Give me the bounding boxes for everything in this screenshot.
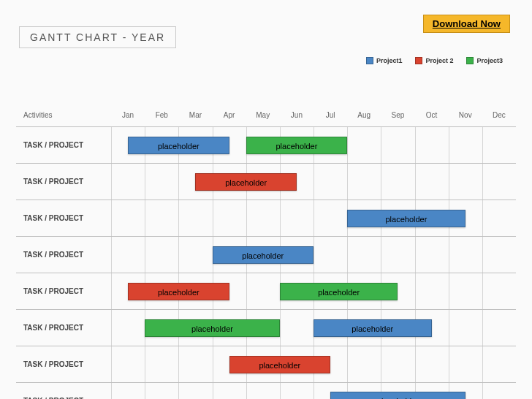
grid-cell	[381, 127, 414, 163]
grid-cell	[280, 310, 314, 346]
month-header: Sep	[381, 107, 414, 126]
grid-cell	[111, 310, 145, 346]
grid-cell	[347, 346, 381, 382]
grid-cell	[280, 383, 314, 399]
grid-cell	[347, 127, 381, 163]
legend-item: Project1	[366, 57, 403, 64]
grid-cell	[482, 383, 516, 399]
task-row: TASK / PROJECTplaceholder	[16, 236, 516, 273]
timeline-cells: placeholder	[111, 383, 516, 399]
legend-swatch	[415, 57, 422, 64]
grid-cell	[145, 200, 178, 236]
task-label: TASK / PROJECT	[16, 383, 111, 399]
gantt-bar[interactable]: placeholder	[213, 246, 314, 264]
month-header: Mar	[178, 107, 212, 126]
month-header: Jun	[280, 107, 314, 126]
timeline-cells: placeholderplaceholder	[111, 273, 516, 309]
page-title: GANTT CHART - YEAR	[19, 26, 176, 48]
grid-cell	[449, 164, 482, 200]
grid-cell	[415, 273, 449, 309]
grid-cell	[145, 346, 178, 382]
grid-cell	[482, 310, 516, 346]
grid-cell	[314, 164, 347, 200]
task-row: TASK / PROJECTplaceholderplaceholder	[16, 309, 516, 346]
timeline-cells: placeholderplaceholder	[111, 127, 516, 163]
grid-cell	[246, 273, 280, 309]
grid-cell	[314, 200, 347, 236]
month-header: Jan	[111, 107, 145, 126]
gantt-bar[interactable]: placeholder	[314, 319, 432, 337]
legend-item: Project 2	[415, 57, 453, 64]
month-header: Feb	[145, 107, 178, 126]
gantt-chart: Activities JanFebMarAprMayJunJulAugSepOc…	[16, 107, 516, 399]
timeline-cells: placeholder	[111, 164, 516, 200]
task-row: TASK / PROJECTplaceholderplaceholder	[16, 126, 516, 163]
grid-cell	[145, 383, 178, 399]
task-label: TASK / PROJECT	[16, 127, 111, 163]
grid-cell	[145, 237, 178, 273]
legend-item: Project3	[466, 57, 503, 64]
task-label: TASK / PROJECT	[16, 164, 111, 200]
grid-cell	[178, 237, 212, 273]
gantt-bar[interactable]: placeholder	[347, 210, 466, 227]
gantt-bar[interactable]: placeholder	[145, 319, 280, 337]
grid-cell	[449, 310, 482, 346]
gantt-bar[interactable]: placeholder	[128, 283, 229, 300]
month-header: Oct	[415, 107, 449, 126]
timeline-cells: placeholderplaceholder	[111, 310, 516, 346]
legend-label: Project 2	[425, 57, 453, 64]
grid-cell	[145, 164, 178, 200]
task-label: TASK / PROJECT	[16, 237, 111, 273]
legend-label: Project1	[376, 57, 403, 64]
grid-cell	[381, 164, 414, 200]
grid-cell	[347, 237, 381, 273]
month-header: Aug	[347, 107, 381, 126]
task-label: TASK / PROJECT	[16, 346, 111, 382]
gantt-bar[interactable]: placeholder	[330, 392, 466, 399]
task-row: TASK / PROJECTplaceholder	[16, 346, 516, 382]
grid-cell	[415, 164, 449, 200]
grid-cell	[415, 127, 449, 163]
grid-cell	[178, 346, 212, 382]
grid-cell	[111, 200, 145, 236]
grid-cell	[178, 200, 212, 236]
grid-cell	[449, 237, 482, 273]
grid-cell	[314, 237, 347, 273]
grid-cell	[449, 127, 482, 163]
month-header: Nov	[449, 107, 482, 126]
task-row: TASK / PROJECTplaceholder	[16, 163, 516, 200]
grid-cell	[111, 346, 145, 382]
legend-label: Project3	[476, 57, 503, 64]
grid-cell	[213, 383, 246, 399]
grid-cell	[347, 164, 381, 200]
task-label: TASK / PROJECT	[16, 310, 111, 346]
grid-cell	[482, 273, 516, 309]
month-header: Dec	[482, 107, 516, 126]
download-button[interactable]: Download Now	[423, 15, 510, 33]
task-row: TASK / PROJECTplaceholderplaceholder	[16, 273, 516, 309]
grid-cell	[415, 237, 449, 273]
task-row: TASK / PROJECTplaceholder	[16, 200, 516, 236]
month-header: Jul	[314, 107, 347, 126]
gantt-bar[interactable]: placeholder	[195, 173, 297, 191]
timeline-cells: placeholder	[111, 346, 516, 382]
timeline-cells: placeholder	[111, 237, 516, 273]
timeline-header: Activities JanFebMarAprMayJunJulAugSepOc…	[16, 107, 516, 126]
gantt-bar[interactable]: placeholder	[280, 283, 398, 300]
grid-cell	[482, 127, 516, 163]
gantt-bar[interactable]: placeholder	[128, 137, 229, 154]
grid-cell	[280, 200, 314, 236]
grid-cell	[111, 237, 145, 273]
grid-cell	[482, 164, 516, 200]
gantt-bar[interactable]: placeholder	[246, 137, 348, 154]
gantt-bar[interactable]: placeholder	[229, 356, 331, 373]
grid-cell	[381, 237, 414, 273]
grid-cell	[111, 164, 145, 200]
activities-label: Activities	[16, 107, 111, 126]
legend-swatch	[466, 57, 474, 64]
task-label: TASK / PROJECT	[16, 273, 111, 309]
task-row: TASK / PROJECTplaceholder	[16, 382, 516, 399]
grid-cell	[246, 383, 280, 399]
legend: Project1Project 2Project3	[366, 57, 503, 64]
grid-cell	[482, 237, 516, 273]
